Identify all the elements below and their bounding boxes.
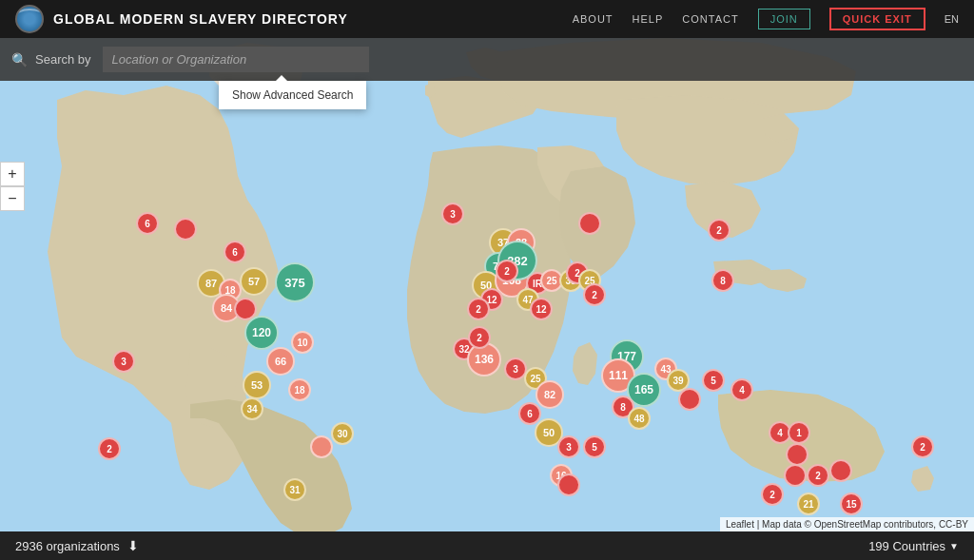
search-icon: 🔍 xyxy=(11,52,28,68)
cluster-marker[interactable]: 2 xyxy=(468,326,491,349)
cluster-marker[interactable] xyxy=(784,464,807,487)
cluster-marker[interactable]: 21 xyxy=(797,492,820,515)
cluster-marker[interactable]: 48 xyxy=(628,407,651,430)
map-attribution: Leaflet | Map data © OpenStreetMap contr… xyxy=(720,517,974,531)
map[interactable]: 6687185737584120663531834103023133738765… xyxy=(0,38,974,531)
cluster-marker[interactable] xyxy=(786,443,808,466)
cluster-marker[interactable]: 4 xyxy=(730,378,753,401)
org-count-text: 2936 organizations xyxy=(15,539,120,553)
cluster-marker[interactable] xyxy=(557,473,580,496)
cluster-marker[interactable] xyxy=(829,459,852,482)
cluster-marker[interactable]: 2 xyxy=(467,298,490,320)
language-selector[interactable]: EN xyxy=(945,13,959,25)
cluster-marker[interactable]: 82 xyxy=(536,380,564,409)
cluster-marker[interactable]: 8 xyxy=(711,269,734,292)
search-label: Search by xyxy=(35,52,91,67)
cluster-marker[interactable] xyxy=(174,218,197,241)
cluster-marker[interactable] xyxy=(678,388,701,411)
logo-icon xyxy=(15,5,44,33)
cluster-marker[interactable]: 120 xyxy=(244,316,279,350)
help-link[interactable]: HELP xyxy=(633,13,664,25)
contact-link[interactable]: CONTACT xyxy=(682,13,738,25)
cluster-marker[interactable]: 3 xyxy=(557,435,580,458)
cluster-marker[interactable]: 5 xyxy=(702,369,725,392)
cluster-marker[interactable]: 12 xyxy=(530,298,553,320)
advanced-search-tooltip[interactable]: Show Advanced Search xyxy=(219,81,366,109)
cluster-marker[interactable]: 375 xyxy=(275,262,315,302)
cluster-marker[interactable]: 30 xyxy=(331,422,354,445)
cluster-marker[interactable]: 18 xyxy=(288,378,311,401)
footer: 2936 organizations ⬇ 199 Countries ▼ xyxy=(0,531,974,560)
header: GLOBAL MODERN SLAVERY DIRECTORY ABOUT HE… xyxy=(0,0,974,38)
cluster-marker[interactable]: 2 xyxy=(807,464,829,487)
quick-exit-button[interactable]: QUICK EXIT xyxy=(829,8,925,30)
chevron-down-icon: ▼ xyxy=(949,541,959,551)
zoom-in-button[interactable]: + xyxy=(0,162,25,186)
country-count[interactable]: 199 Countries ▼ xyxy=(868,539,959,553)
cluster-marker[interactable]: 2 xyxy=(583,283,606,306)
cluster-marker[interactable]: 2 xyxy=(761,483,784,506)
cluster-marker[interactable]: 34 xyxy=(241,397,263,420)
cluster-marker[interactable]: 6 xyxy=(518,402,541,425)
cluster-marker[interactable]: 2 xyxy=(496,260,518,282)
cluster-marker[interactable] xyxy=(578,212,601,235)
cluster-marker[interactable]: 3 xyxy=(441,203,464,225)
cluster-marker[interactable]: 66 xyxy=(266,347,295,376)
cluster-marker[interactable]: 2 xyxy=(98,437,121,460)
join-button[interactable]: JOIN xyxy=(758,9,810,29)
logo-area: GLOBAL MODERN SLAVERY DIRECTORY xyxy=(15,5,348,33)
cluster-marker[interactable]: 10 xyxy=(291,331,314,354)
cluster-marker[interactable]: 57 xyxy=(240,267,268,296)
site-title: GLOBAL MODERN SLAVERY DIRECTORY xyxy=(53,11,348,27)
cluster-marker[interactable]: 31 xyxy=(283,478,306,501)
cluster-marker[interactable] xyxy=(310,435,333,458)
cluster-marker[interactable]: 2 xyxy=(911,435,934,458)
cluster-marker[interactable]: 6 xyxy=(224,241,246,263)
cluster-marker[interactable]: 1 xyxy=(788,421,810,444)
zoom-controls: + − xyxy=(0,162,25,211)
zoom-out-button[interactable]: − xyxy=(0,186,25,211)
cluster-marker[interactable]: 53 xyxy=(243,371,271,399)
cluster-marker[interactable]: 2 xyxy=(708,219,730,241)
cluster-marker[interactable]: 3 xyxy=(112,350,135,373)
cluster-marker[interactable]: 5 xyxy=(583,435,606,458)
cluster-marker[interactable]: 15 xyxy=(840,492,863,515)
org-count: 2936 organizations ⬇ xyxy=(15,538,139,553)
search-bar: 🔍 Search by xyxy=(0,38,974,81)
navigation: ABOUT HELP CONTACT JOIN QUICK EXIT EN xyxy=(573,8,959,30)
cluster-marker[interactable]: 6 xyxy=(136,212,159,235)
download-icon[interactable]: ⬇ xyxy=(127,538,139,553)
search-input[interactable] xyxy=(103,47,369,72)
country-count-text: 199 Countries xyxy=(868,539,945,553)
about-link[interactable]: ABOUT xyxy=(573,13,614,25)
